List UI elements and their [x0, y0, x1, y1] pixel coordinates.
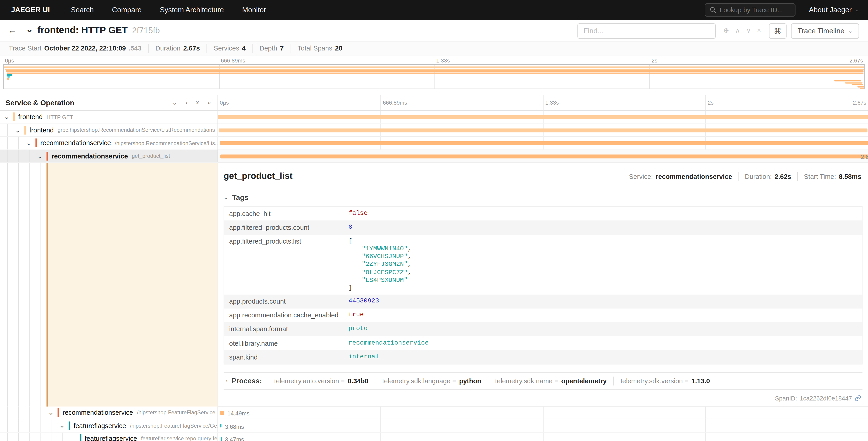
find-clear-icon[interactable]: ×: [757, 26, 761, 35]
summary-label: Services: [214, 44, 239, 53]
trace-collapse-toggle-icon[interactable]: ⌄: [26, 24, 33, 35]
trace-view-selector[interactable]: Trace Timeline ⌄: [791, 23, 859, 38]
trace-lookup-input[interactable]: [720, 6, 790, 14]
span-timeline-cell[interactable]: 14.49ms: [218, 406, 868, 419]
span-timeline-cell[interactable]: 3.68ms: [218, 419, 868, 432]
indent-guide: [35, 406, 46, 419]
span-detail-meta: Service:recommendationserviceDuration:2.…: [623, 172, 863, 181]
chevron-down-icon: ⌄: [848, 28, 852, 33]
indent-guide: [25, 419, 35, 432]
summary-item: Duration2.67s: [148, 44, 207, 53]
span-duration-bar[interactable]: [221, 424, 222, 428]
tags-table: app.cache_hitfalseapp.filtered_products.…: [223, 206, 862, 364]
span-operation-name: featureflagservice.repo.query:fe...: [141, 435, 218, 441]
span-duration-label: 2.62s: [861, 153, 868, 161]
collapse-one-icon[interactable]: ⌄: [172, 99, 177, 107]
chevron-down-icon: ⌄: [223, 194, 228, 201]
span-duration-bar[interactable]: [220, 411, 224, 415]
span-duration-label: 3.47ms: [225, 436, 244, 441]
span-row[interactable]: ⌄frontendgrpc.hipstershop.Recommendation…: [0, 124, 868, 137]
expand-one-icon[interactable]: ›: [186, 99, 188, 107]
expand-all-icon[interactable]: »: [208, 99, 211, 107]
span-meta-item: Start Time:8.58ms: [797, 172, 863, 181]
span-row[interactable]: ⌄recommendationserviceget_product_list2.…: [0, 150, 868, 163]
span-row[interactable]: ⌄recommendationservice/hipstershop.Recom…: [0, 137, 868, 150]
service-operation-header: Service & Operation ⌄ › » »: [0, 95, 218, 110]
span-duration-label: 14.49ms: [227, 410, 250, 417]
span-service-name: frontend: [25, 126, 54, 135]
span-timeline-cell[interactable]: 2.62s: [218, 150, 868, 163]
span-row-name-column: ⌄recommendationservice/hipstershop.Recom…: [0, 137, 218, 150]
span-timeline-cell[interactable]: [218, 137, 868, 150]
tag-key: app.cache_hit: [224, 206, 343, 221]
divider: [223, 187, 862, 188]
tag-row: app.recommendation.cache_enabledtrue: [224, 308, 862, 322]
find-input[interactable]: [578, 23, 716, 38]
indent-guide: [2, 163, 13, 406]
span-detail-panel: get_product_list Service:recommendations…: [218, 163, 868, 406]
trace-header: ← ⌄ frontend: HTTP GET2f715fb ⊕ ∧ ∨ × ⌘ …: [0, 20, 868, 41]
span-duration-label: 3.68ms: [225, 422, 244, 430]
span-expand-caret-icon[interactable]: ⌄: [35, 151, 44, 160]
summary-value: 7: [280, 44, 283, 53]
span-expand-caret-icon[interactable]: ⌄: [13, 125, 22, 135]
service-operation-title: Service & Operation: [5, 98, 172, 108]
collapse-all-icon[interactable]: »: [193, 101, 202, 105]
span-timeline-cell[interactable]: [218, 111, 868, 124]
nav-item-monitor[interactable]: Monitor: [242, 5, 266, 15]
process-toggle[interactable]: › Process:: [226, 376, 262, 386]
keyboard-shortcuts-button[interactable]: ⌘: [769, 23, 786, 38]
indent-guide: [2, 150, 13, 162]
timeline-ruler: 0μs666.89ms1.33s2s2.67s: [218, 95, 868, 110]
span-timeline-cell[interactable]: 3.47ms: [218, 432, 868, 441]
tag-value: true: [343, 308, 862, 322]
tag-key: internal.span.format: [224, 322, 343, 336]
process-items: telemetry.auto.version = 0.34b0telemetry…: [268, 377, 716, 386]
tag-value: internal: [343, 350, 862, 364]
tags-table-body: app.cache_hitfalseapp.filtered_products.…: [224, 206, 862, 364]
span-duration-bar[interactable]: [218, 115, 868, 119]
span-duration-bar[interactable]: [219, 128, 867, 132]
back-button[interactable]: ←: [8, 25, 17, 37]
span-row[interactable]: featureflagservicefeatureflagservice.rep…: [0, 432, 868, 441]
span-duration-bar[interactable]: [220, 154, 868, 158]
tag-row: span.kindinternal: [224, 350, 862, 364]
span-row[interactable]: ⌄recommendationservice/hipstershop.Featu…: [0, 406, 868, 419]
app-logo[interactable]: JAEGER UI: [11, 5, 50, 15]
tag-row: internal.span.formatproto: [224, 322, 862, 336]
span-row[interactable]: ⌄featureflagservice/hipstershop.FeatureF…: [0, 419, 868, 432]
trace-lookup-box[interactable]: [705, 3, 796, 17]
about-jaeger-menu[interactable]: About Jaeger ⌄: [809, 5, 859, 15]
tags-section-title: Tags: [232, 193, 248, 202]
span-expand-caret-icon[interactable]: ⌄: [25, 139, 33, 148]
minimap-span-bar: [834, 80, 862, 82]
nav-item-search[interactable]: Search: [71, 5, 94, 15]
minimap-span-bar: [857, 86, 864, 87]
tag-key: otel.library.name: [224, 336, 343, 350]
span-duration-bar[interactable]: [220, 141, 868, 145]
span-operation-name: grpc.hipstershop.RecommendationService/L…: [58, 126, 215, 134]
span-row[interactable]: ⌄frontendHTTP GET: [0, 111, 868, 124]
minimap-canvas[interactable]: [3, 64, 865, 89]
span-duration-bar[interactable]: [221, 437, 222, 441]
timeline-tick-label: 1.33s: [436, 57, 450, 64]
span-rows-top: ⌄frontendHTTP GET⌄frontendgrpc.hipstersh…: [0, 111, 868, 163]
nav-item-system-architecture[interactable]: System Architecture: [160, 5, 224, 15]
tag-row: app.products.count44530923: [224, 294, 862, 308]
nav-item-compare[interactable]: Compare: [112, 5, 142, 15]
span-expand-caret-icon[interactable]: ⌄: [2, 113, 11, 122]
find-zoom-icon[interactable]: ⊕: [723, 26, 729, 35]
copy-link-icon[interactable]: [855, 395, 861, 402]
find-prev-icon[interactable]: ∧: [735, 26, 740, 35]
find-controls: ⊕ ∧ ∨ ×: [723, 26, 761, 35]
tag-value: proto: [343, 322, 862, 336]
nav-menu: SearchCompareSystem ArchitectureMonitor: [71, 5, 266, 15]
tags-section-toggle[interactable]: ⌄ Tags: [223, 193, 862, 202]
span-row-name-column: ⌄featureflagservice/hipstershop.FeatureF…: [0, 419, 218, 432]
timeline-header-row: Service & Operation ⌄ › » » 0μs666.89ms1…: [0, 95, 868, 111]
span-expand-caret-icon[interactable]: ⌄: [58, 421, 66, 430]
span-expand-caret-icon[interactable]: ⌄: [46, 408, 55, 417]
span-timeline-cell[interactable]: [218, 124, 868, 137]
find-next-icon[interactable]: ∨: [746, 26, 751, 35]
minimap-span-bar: [7, 76, 10, 78]
